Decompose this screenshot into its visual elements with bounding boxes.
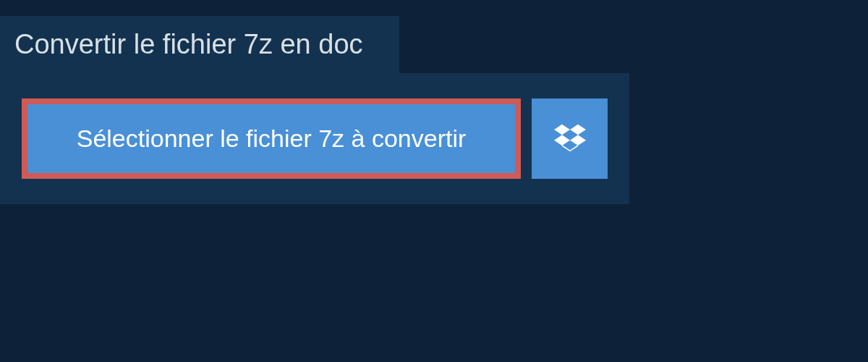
select-file-button[interactable]: Sélectionner le fichier 7z à convertir (22, 98, 521, 179)
select-file-label: Sélectionner le fichier 7z à convertir (77, 125, 467, 153)
dropbox-button[interactable] (532, 98, 608, 179)
tab-container: Convertir le fichier 7z en doc (0, 16, 868, 73)
tab-convert[interactable]: Convertir le fichier 7z en doc (0, 16, 399, 73)
upload-panel: Sélectionner le fichier 7z à convertir (0, 73, 629, 204)
tab-label: Convertir le fichier 7z en doc (14, 29, 363, 59)
dropbox-icon (554, 122, 586, 156)
